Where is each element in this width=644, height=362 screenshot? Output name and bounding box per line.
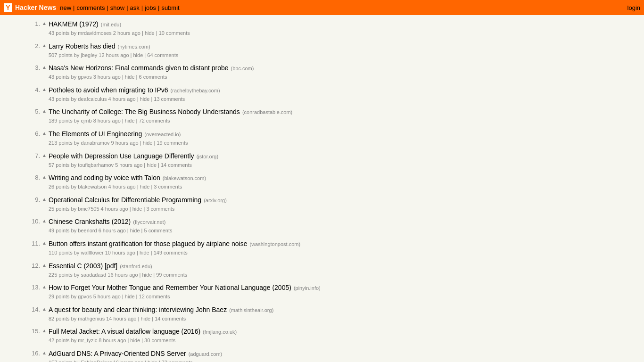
main-nav: new | comments | show | ask | jobs | sub… [60,4,180,11]
story-row: 5. ▲ The Uncharity of College: The Big B… [25,107,619,129]
story-title-line: Potholes to avoid when migrating to IPv6… [49,85,617,95]
story-number: 6. [27,129,42,137]
story-row: 1. ▲ HAKMEM (1972) (mit.edu) 43 points b… [25,19,619,41]
nav-submit[interactable]: submit [161,4,179,11]
story-title-link[interactable]: Nasa's New Horizons: Final commands give… [49,63,229,73]
story-meta: 43 points by deafcalculus 4 hours ago | … [49,95,617,104]
nav-new[interactable]: new [60,4,71,11]
story-title-link[interactable]: The Elements of UI Engineering [49,129,142,139]
story-title-link[interactable]: Essential C (2003) [pdf] [49,261,117,271]
story-title-link[interactable]: Button offers instant gratification for … [49,239,248,249]
story-title-line: AdGuard DNS: A Privacy-Oriented DNS Serv… [49,349,617,359]
upvote-arrow[interactable]: ▲ [42,41,47,48]
upvote-arrow[interactable]: ▲ [42,283,47,289]
story-title-link[interactable]: Chinese Crankshafts (2012) [49,217,131,227]
story-meta: 29 points by gpvos 5 hours ago | hide | … [49,293,617,301]
story-title-link[interactable]: People with Depression Use Language Diff… [49,151,194,161]
upvote-arrow[interactable]: ▲ [42,195,47,202]
story-title-link[interactable]: Potholes to avoid when migrating to IPv6 [49,85,168,95]
story-domain: (flycorvair.net) [133,218,165,226]
story-title-line: Nasa's New Horizons: Final commands give… [49,63,617,73]
story-content: Chinese Crankshafts (2012) (flycorvair.n… [49,217,617,238]
story-domain: (adguard.com) [189,350,223,358]
story-content: AdGuard DNS: A Privacy-Oriented DNS Serv… [49,349,617,362]
story-meta: 213 points by danabramov 9 hours ago | h… [49,139,617,148]
story-title-link[interactable]: How to Forget Your Mother Tongue and Rem… [49,283,291,293]
story-number: 13. [27,283,42,291]
story-content: HAKMEM (1972) (mit.edu) 43 points by mrd… [49,19,617,41]
story-title-line: Essential C (2003) [pdf] (stanford.edu) [49,261,617,271]
story-domain: (overreacted.io) [144,131,181,139]
story-title-link[interactable]: AdGuard DNS: A Privacy-Oriented DNS Serv… [49,349,186,359]
story-title-line: HAKMEM (1972) (mit.edu) [49,19,617,29]
story-domain: (blakewatson.com) [163,174,206,182]
upvote-arrow[interactable]: ▲ [42,63,47,70]
story-title-line: People with Depression Use Language Diff… [49,151,617,161]
story-meta: 42 points by mr_tyzic 8 hours ago | hide… [49,337,617,345]
story-meta: 49 points by beerlord 6 hours ago | hide… [49,227,617,235]
upvote-arrow[interactable]: ▲ [42,151,47,158]
story-domain: (washingtonpost.com) [249,240,300,248]
story-title-link[interactable]: Full Metal Jacket: A visual dataflow lan… [49,327,200,337]
story-content: Full Metal Jacket: A visual dataflow lan… [49,327,617,348]
story-row: 4. ▲ Potholes to avoid when migrating to… [25,85,619,107]
story-number: 4. [27,85,42,93]
story-content: The Elements of UI Engineering (overreac… [49,129,617,150]
upvote-arrow[interactable]: ▲ [42,305,47,312]
story-content: Writing and coding by voice with Talon (… [49,173,617,194]
nav-comments[interactable]: comments [76,4,105,11]
story-number: 9. [27,195,42,203]
story-domain: (bbc.com) [231,65,254,73]
nav-ask[interactable]: ask [130,4,140,11]
upvote-arrow[interactable]: ▲ [42,239,47,246]
upvote-arrow[interactable]: ▲ [42,261,47,268]
hn-logo[interactable]: Y [4,3,12,12]
upvote-arrow[interactable]: ▲ [42,85,47,92]
story-number: 10. [27,217,42,225]
story-number: 5. [27,107,42,115]
story-domain: (nytimes.com) [118,43,150,51]
story-title-line: How to Forget Your Mother Tongue and Rem… [49,283,617,293]
story-title-line: Full Metal Jacket: A visual dataflow lan… [49,327,617,337]
story-title-link[interactable]: HAKMEM (1972) [49,19,99,29]
story-number: 8. [27,173,42,181]
story-content: Essential C (2003) [pdf] (stanford.edu) … [49,261,617,282]
story-row: 8. ▲ Writing and coding by voice with Ta… [25,173,619,195]
story-number: 1. [27,19,42,27]
story-title-line: A quest for beauty and clear thinking: i… [49,305,617,315]
story-domain: (conradbastable.com) [242,108,292,116]
stories-list: 1. ▲ HAKMEM (1972) (mit.edu) 43 points b… [25,15,619,362]
story-title-link[interactable]: The Uncharity of College: The Big Busine… [49,107,240,117]
story-content: The Uncharity of College: The Big Busine… [49,107,617,128]
header: Y Hacker News new | comments | show | as… [0,0,644,15]
story-title-link[interactable]: Larry Roberts has died [49,41,116,51]
login-link[interactable]: login [627,4,640,11]
nav-show[interactable]: show [110,4,124,11]
story-meta: 43 points by mrdavidmoses 2 hours ago | … [49,29,617,38]
story-row: 15. ▲ Full Metal Jacket: A visual datafl… [25,326,619,348]
story-title-line: The Elements of UI Engineering (overreac… [49,129,617,139]
story-title-line: Button offers instant gratification for … [49,239,617,249]
upvote-arrow[interactable]: ▲ [42,173,47,180]
story-meta: 189 points by cjmb 8 hours ago | hide | … [49,117,617,125]
story-title-link[interactable]: Writing and coding by voice with Talon [49,173,160,183]
story-content: A quest for beauty and clear thinking: i… [49,305,617,326]
story-meta: 157 points by FabianBeiner 16 hours ago … [49,359,617,362]
story-number: 15. [27,327,42,335]
nav-jobs[interactable]: jobs [145,4,156,11]
story-domain: (mit.edu) [101,21,121,29]
story-title-link[interactable]: A quest for beauty and clear thinking: i… [49,305,227,315]
upvote-arrow[interactable]: ▲ [42,129,47,136]
story-domain: (jstor.org) [197,153,218,161]
upvote-arrow[interactable]: ▲ [42,327,47,333]
upvote-arrow[interactable]: ▲ [42,349,47,355]
upvote-arrow[interactable]: ▲ [42,19,47,26]
story-domain: (mathisintheair.org) [229,306,273,314]
story-number: 14. [27,305,42,313]
story-meta: 26 points by blakewatson 4 hours ago | h… [49,183,617,191]
upvote-arrow[interactable]: ▲ [42,107,47,114]
story-title-link[interactable]: Operational Calculus for Differentiable … [49,195,201,205]
story-content: How to Forget Your Mother Tongue and Rem… [49,283,617,304]
upvote-arrow[interactable]: ▲ [42,217,47,223]
story-content: Nasa's New Horizons: Final commands give… [49,63,617,84]
